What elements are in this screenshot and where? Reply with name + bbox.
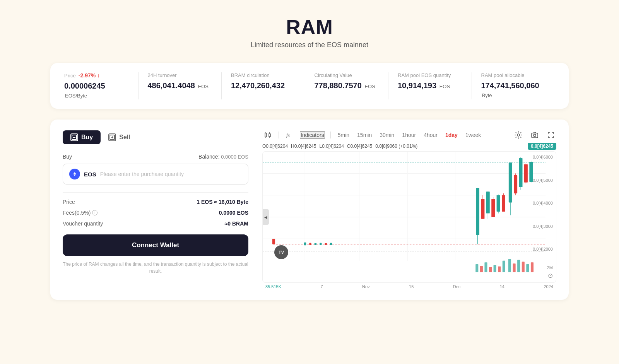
svg-rect-58 [475, 264, 478, 272]
svg-rect-46 [502, 195, 505, 212]
buy-input-row[interactable]: EOS Please enter the purchase quantity [63, 164, 248, 185]
toolbar-separator-2 [330, 132, 331, 138]
balance-display: Balance: 0.0000 EOS [198, 154, 248, 160]
svg-rect-63 [498, 267, 501, 272]
fees-info-icon[interactable]: i [92, 210, 97, 215]
candlestick-icon-btn[interactable] [262, 130, 273, 140]
trade-panel: Buy Sell Buy [63, 130, 248, 289]
svg-text:fx: fx [286, 132, 290, 138]
timeframe-15min[interactable]: 15min [356, 131, 373, 139]
svg-rect-15 [532, 133, 538, 138]
svg-rect-50 [514, 175, 517, 193]
svg-rect-34 [330, 243, 332, 245]
timeframe-4hour[interactable]: 4hour [422, 131, 439, 139]
price-row: Price 1 EOS ≈ 16,010 Byte [63, 199, 248, 205]
svg-rect-38 [481, 199, 484, 219]
buy-input-placeholder[interactable]: Please enter the purchase quantity [100, 171, 242, 177]
trade-tabs: Buy Sell [63, 130, 248, 144]
svg-rect-59 [480, 266, 483, 272]
chart-area: ◀ TV [262, 151, 556, 283]
camera-btn[interactable] [529, 130, 540, 140]
svg-point-14 [517, 134, 520, 136]
disclaimer-text: The price of RAM changes all the time, a… [63, 261, 248, 275]
svg-rect-7 [265, 133, 267, 137]
x-axis-labels: 85.515K 7 Nov 15 Dec 14 2024 [262, 283, 556, 289]
current-price-badge: 0.0[4]6245 [528, 143, 556, 150]
tv-watermark: TV [274, 245, 288, 259]
fees-row: Fees(0.5%) i 0.0000 EOS [63, 210, 248, 216]
sell-tab-icon [108, 133, 116, 141]
x-label-2024: 2024 [544, 284, 553, 289]
voucher-row: Voucher quantity ≈0 BRAM [63, 220, 248, 227]
svg-rect-56 [529, 162, 533, 182]
trade-details: Price 1 EOS ≈ 16,010 Byte Fees(0.5%) i 0… [63, 192, 248, 227]
svg-rect-68 [522, 261, 525, 272]
fees-value: 0.0000 EOS [219, 210, 248, 216]
x-label-15: 15 [409, 284, 414, 289]
main-card: Buy Sell Buy [50, 120, 569, 300]
svg-rect-60 [484, 262, 487, 272]
svg-rect-31 [315, 243, 316, 245]
ohlc-bar: O0.0[4]6204 H0.0[4]6245 L0.0[4]6204 C0.0… [262, 143, 556, 150]
page-subtitle: Limited resources of the EOS mainnet [50, 41, 569, 49]
svg-rect-29 [304, 243, 306, 246]
svg-rect-69 [526, 264, 529, 272]
timeframe-1hour[interactable]: 1hour [400, 131, 417, 139]
field-header: Buy Balance: 0.0000 EOS [63, 154, 248, 160]
x-label-7: 7 [320, 284, 323, 289]
svg-rect-62 [494, 265, 496, 272]
eos-label: EOS [84, 171, 96, 178]
stat-price: Price -2.97% ↓ 0.00006245 EOS/Byte [64, 72, 139, 99]
svg-rect-33 [325, 243, 327, 245]
svg-rect-30 [309, 243, 311, 245]
price-change: -2.97% ↓ [79, 72, 100, 79]
svg-rect-64 [503, 261, 505, 272]
fullscreen-btn[interactable] [545, 130, 556, 140]
chart-panel: fx Indicators 5min 15min 30min 1hour 4ho… [262, 130, 556, 289]
volume-label: 85.515K [265, 284, 281, 289]
circle-target-icon[interactable]: ⊙ [548, 272, 553, 279]
buy-tab-icon [70, 133, 78, 141]
svg-rect-36 [476, 188, 479, 235]
settings-btn[interactable] [513, 130, 524, 140]
sell-tab[interactable]: Sell [101, 130, 138, 144]
page-title: RAM [50, 15, 569, 39]
chart-svg [263, 152, 556, 282]
chart-toggle-arrow[interactable]: ◀ [263, 209, 269, 225]
svg-rect-40 [486, 191, 490, 213]
chart-toolbar: fx Indicators 5min 15min 30min 1hour 4ho… [262, 130, 556, 140]
formula-icon-btn[interactable]: fx [284, 130, 295, 140]
svg-rect-28 [272, 239, 275, 244]
chart-tools-right [513, 130, 556, 140]
indicators-btn[interactable]: Indicators [300, 131, 325, 139]
voucher-value: ≈0 BRAM [225, 220, 248, 227]
buy-tab[interactable]: Buy [63, 130, 101, 144]
svg-rect-70 [531, 262, 534, 272]
svg-rect-32 [320, 243, 321, 245]
svg-rect-44 [497, 195, 500, 212]
timeframe-5min[interactable]: 5min [336, 131, 351, 139]
stat-ram-pool-eos: RAM pool EOS quantity 10,914,193 EOS [388, 72, 472, 99]
svg-rect-54 [524, 164, 528, 183]
svg-point-16 [534, 134, 536, 137]
svg-rect-42 [491, 199, 495, 217]
timeframe-30min[interactable]: 30min [378, 131, 396, 139]
stat-bram-circulation: BRAM circulation 12,470,260,432 [222, 72, 305, 99]
svg-rect-65 [508, 259, 511, 272]
x-label-dec: Dec [453, 284, 461, 289]
timeframe-1week[interactable]: 1week [464, 131, 482, 139]
timeframe-1day[interactable]: 1day [444, 131, 459, 139]
stat-circulating-value: Circulating Value 778,880.7570 EOS [305, 72, 389, 99]
x-label-nov: Nov [362, 284, 370, 289]
stat-turnover: 24H turnover 486,041.4048 EOS [139, 72, 222, 99]
eos-icon [69, 169, 80, 179]
stats-card: Price -2.97% ↓ 0.00006245 EOS/Byte 24H t… [50, 63, 569, 109]
svg-rect-61 [489, 267, 492, 272]
svg-rect-10 [269, 134, 270, 137]
connect-wallet-button[interactable]: Connect Wallet [63, 234, 248, 256]
svg-rect-48 [509, 162, 512, 202]
svg-line-5 [112, 137, 113, 138]
svg-rect-66 [513, 263, 516, 272]
x-label-14: 14 [500, 284, 504, 289]
toolbar-separator-1 [279, 132, 279, 138]
